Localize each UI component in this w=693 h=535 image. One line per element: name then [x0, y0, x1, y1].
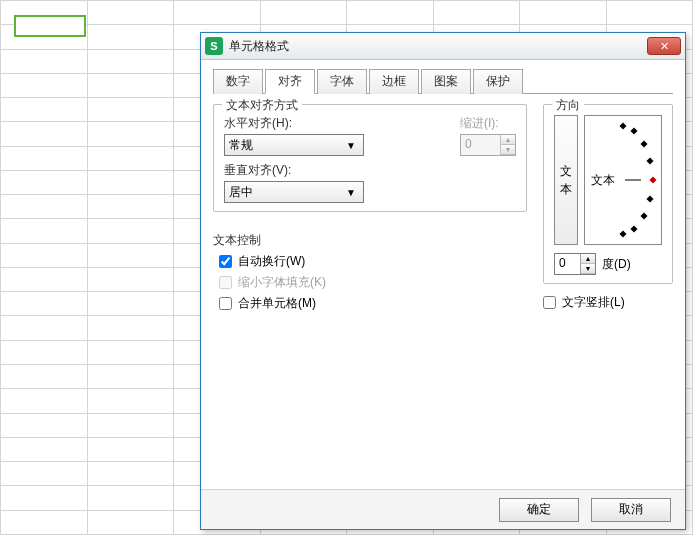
wrap-text-row[interactable]: 自动换行(W) [219, 253, 517, 270]
cell-format-dialog: S 单元格格式 ✕ 数字 对齐 字体 边框 图案 保护 文本对齐方式 水平对齐(… [200, 32, 686, 530]
wrap-text-checkbox[interactable] [219, 255, 232, 268]
spinner-down-icon: ▼ [501, 145, 515, 155]
text-alignment-legend: 文本对齐方式 [222, 97, 302, 114]
chevron-down-icon: ▼ [343, 140, 359, 151]
tab-number[interactable]: 数字 [213, 69, 263, 94]
horizontal-align-label: 水平对齐(H): [224, 115, 452, 132]
tab-protection[interactable]: 保护 [473, 69, 523, 94]
orientation-group: 方向 文本 文本 [543, 104, 673, 284]
shrink-fit-row: 缩小字体填充(K) [219, 274, 517, 291]
degree-label: 度(D) [602, 256, 631, 273]
spinner-down-icon[interactable]: ▼ [581, 264, 595, 274]
tab-alignment[interactable]: 对齐 [265, 69, 315, 94]
close-button[interactable]: ✕ [647, 37, 681, 55]
vertical-layout-row[interactable]: 文字竖排(L) [543, 294, 673, 311]
vertical-text-button[interactable]: 文本 [554, 115, 578, 245]
tab-font[interactable]: 字体 [317, 69, 367, 94]
active-cell[interactable] [14, 15, 86, 37]
tab-strip: 数字 对齐 字体 边框 图案 保护 [213, 68, 673, 94]
tab-pattern[interactable]: 图案 [421, 69, 471, 94]
degree-spinner[interactable]: 0 ▲▼ [554, 253, 596, 275]
merge-cells-checkbox[interactable] [219, 297, 232, 310]
horizontal-align-combo[interactable]: 常规 ▼ [224, 134, 364, 156]
tab-border[interactable]: 边框 [369, 69, 419, 94]
dialog-title: 单元格格式 [229, 38, 647, 55]
orientation-dial[interactable]: 文本 [584, 115, 662, 245]
app-icon: S [205, 37, 223, 55]
spinner-up-icon[interactable]: ▲ [581, 254, 595, 264]
ok-button[interactable]: 确定 [499, 498, 579, 522]
dialog-titlebar[interactable]: S 单元格格式 ✕ [201, 33, 685, 60]
indent-label: 缩进(I): [460, 115, 516, 132]
text-control-legend: 文本控制 [213, 232, 517, 249]
indent-spinner: 0 ▲▼ [460, 134, 516, 156]
text-alignment-group: 文本对齐方式 水平对齐(H): 常规 ▼ 缩进(I): [213, 104, 527, 212]
vertical-layout-checkbox[interactable] [543, 296, 556, 309]
dialog-footer: 确定 取消 [201, 489, 685, 529]
text-control-group: 文本控制 自动换行(W) 缩小字体填充(K) 合并单元格(M) [213, 222, 527, 324]
merge-cells-row[interactable]: 合并单元格(M) [219, 295, 517, 312]
vertical-align-combo[interactable]: 居中 ▼ [224, 181, 364, 203]
cancel-button[interactable]: 取消 [591, 498, 671, 522]
chevron-down-icon: ▼ [343, 187, 359, 198]
orientation-legend: 方向 [552, 97, 584, 114]
spinner-up-icon: ▲ [501, 135, 515, 145]
shrink-fit-checkbox [219, 276, 232, 289]
vertical-align-label: 垂直对齐(V): [224, 162, 516, 179]
